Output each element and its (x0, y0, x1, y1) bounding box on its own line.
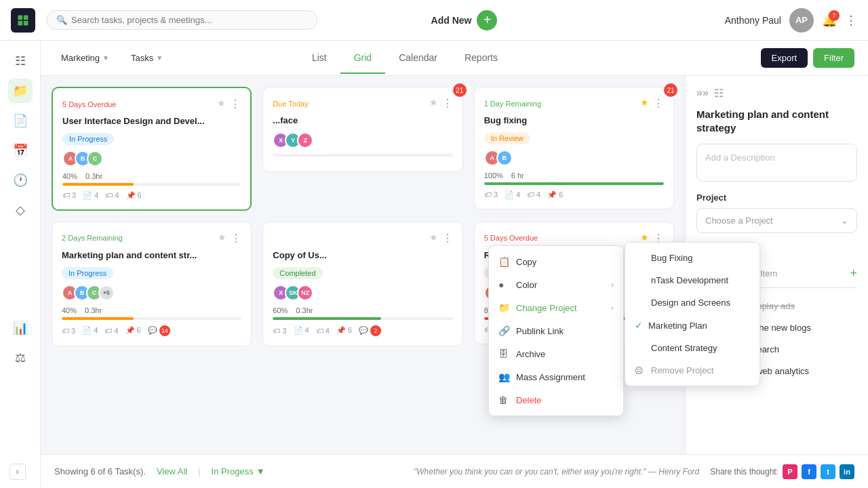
link-icon: 🔗 (498, 325, 509, 336)
menu-item-color[interactable]: ● Color › (489, 273, 623, 296)
toolbar-right: Export Filter (761, 48, 854, 68)
footer-attach-5: 📌 6 (336, 326, 352, 335)
card-header-1: 5 Days Overdue ★ ⋮ (62, 98, 241, 110)
status-filter-label: In Progess (212, 466, 254, 476)
sidebar-item-tasks[interactable]: 📁 (8, 79, 33, 103)
tab-reports[interactable]: Reports (451, 43, 511, 74)
sub-menu-item-remove[interactable]: ☹ Remove Project (625, 359, 760, 382)
star-icon-3[interactable]: ★ (640, 97, 649, 110)
progress-area-4: 40% 0.3hr (62, 306, 241, 320)
menu-item-publink[interactable]: 🔗 Publink Link (489, 319, 623, 342)
share-label: Share this thought: (710, 467, 778, 476)
panel-grid-icon[interactable]: ☷ (714, 87, 724, 100)
tab-calendar[interactable]: Calendar (385, 43, 451, 74)
star-icon-2[interactable]: ★ (429, 97, 438, 110)
menu-item-mass-assignment[interactable]: 👥 Mass Assignment (489, 365, 623, 388)
menu-item-change-project[interactable]: 📁 Change Project › Bug Fixing nTask De (489, 296, 623, 319)
twitter-icon[interactable]: t (821, 464, 835, 479)
card-menu-5[interactable]: ⋮ (442, 232, 453, 245)
card-due-1: 5 Days Overdue (62, 100, 116, 108)
project-selector[interactable]: Marketing ▼ (54, 49, 116, 67)
card-badge-2: 21 (453, 83, 467, 97)
progress-bar-1 (62, 183, 241, 186)
task-card-4[interactable]: 2 Days Remaining ★ ⋮ Marketing plan and … (52, 222, 252, 346)
sub-menu-item-bug-fixing[interactable]: Bug Fixing (625, 247, 760, 269)
sidebar-item-clock[interactable]: 🕐 (8, 168, 33, 192)
remove-icon: ☹ (635, 366, 646, 375)
footer-tags-1: 🏷 3 (62, 191, 76, 199)
progress-area-1: 40% 0.3hr (62, 172, 241, 186)
menu-item-copy[interactable]: 📋 Copy (489, 250, 623, 273)
status-filter-chevron-icon: ▼ (256, 466, 265, 476)
sidebar-expand-button[interactable]: › (9, 464, 26, 480)
linkedin-icon[interactable]: in (840, 464, 854, 479)
more-options-button[interactable]: ⋮ (845, 13, 857, 28)
card-menu-3[interactable]: ⋮ (653, 97, 664, 110)
menu-item-delete[interactable]: 🗑 Delete (489, 388, 623, 411)
pinterest-icon[interactable]: P (783, 464, 797, 479)
facebook-icon[interactable]: f (802, 464, 816, 479)
sidebar-item-reports[interactable]: 📊 (8, 316, 33, 340)
sidebar-item-calendar[interactable]: 📅 (8, 138, 33, 163)
filter-button[interactable]: Filter (813, 48, 854, 68)
sidebar-item-dashboard[interactable]: ☷ (8, 49, 33, 73)
footer-tags-5: 🏷 3 (273, 327, 286, 335)
task-card-5[interactable]: ★ ⋮ Copy of Us... Completed X SK NZ (262, 222, 462, 346)
card-footer-4: 🏷 3 📄 4 🏷 4 📌 6 💬 14 (62, 325, 241, 336)
panel-expand-icon[interactable]: »» (696, 87, 709, 100)
card-wrapper-4: 2 Days Remaining ★ ⋮ Marketing plan and … (52, 222, 252, 346)
card-menu-2[interactable]: ⋮ (442, 97, 453, 110)
project-selector-panel[interactable]: Choose a Project ⌄ (696, 208, 857, 233)
menu-item-archive[interactable]: 🗄 Archive (489, 342, 623, 365)
task-card-1[interactable]: 5 Days Overdue ★ ⋮ User Interface Design… (52, 87, 252, 211)
progress-pct-1: 40% (62, 172, 77, 180)
showing-text: Showing 6 of 6 Task(s). (54, 466, 146, 476)
star-icon-5[interactable]: ★ (429, 232, 438, 245)
task-card-2[interactable]: Due Today ★ ⋮ ...face X Y Z (262, 87, 462, 172)
card-menu-4[interactable]: ⋮ (231, 232, 241, 245)
progress-area-5: 60% 0.3hr (273, 306, 452, 320)
sidebar-item-projects[interactable]: 📄 (8, 108, 33, 133)
svg-rect-2 (18, 20, 23, 25)
sub-menu-item-marketing[interactable]: ✓ Marketing Plan (625, 314, 760, 337)
tab-list[interactable]: List (298, 43, 340, 74)
progress-time-3: 6 hr (511, 171, 524, 180)
description-box[interactable]: Add a Description (696, 144, 857, 182)
quote-author: — Henry Ford (648, 467, 699, 476)
svg-rect-3 (24, 20, 28, 25)
notification-button[interactable]: 🔔 7 (822, 13, 837, 28)
card-title-4: Marketing plan and content str... (62, 250, 241, 262)
sidebar-item-diamond[interactable]: ◇ (8, 198, 33, 222)
sub-menu-item-content[interactable]: Content Strategy (625, 337, 760, 359)
footer-files-4: 📄 4 (82, 326, 98, 335)
card-menu-1[interactable]: ⋮ (230, 98, 241, 110)
add-item-plus-icon[interactable]: + (850, 266, 857, 281)
card-wrapper-2: Due Today ★ ⋮ ...face X Y Z (262, 87, 462, 211)
search-bar[interactable]: 🔍 (46, 10, 317, 30)
star-icon-1[interactable]: ★ (217, 98, 226, 110)
search-input[interactable] (71, 15, 307, 25)
tab-grid[interactable]: Grid (340, 43, 385, 74)
footer-tags-4: 🏷 3 (62, 327, 75, 335)
sub-menu-item-design[interactable]: Design and Screens (625, 291, 760, 314)
card-actions-5: ★ ⋮ (429, 232, 453, 245)
menu-archive-label: Archive (516, 349, 545, 359)
export-button[interactable]: Export (761, 48, 808, 68)
project-section-label: Project (696, 192, 857, 203)
archive-icon: 🗄 (498, 348, 509, 359)
card-wrapper-5: ★ ⋮ Copy of Us... Completed X SK NZ (262, 222, 462, 346)
menu-publink-label: Publink Link (516, 326, 564, 336)
view-selector[interactable]: Tasks ▼ (124, 49, 170, 67)
add-new-button[interactable]: Add New + (431, 10, 498, 30)
card-wrapper-1: 5 Days Overdue ★ ⋮ User Interface Design… (52, 87, 252, 211)
card-assignees-4: A B C +5 (62, 285, 241, 301)
assignee-avatar: Z (297, 132, 313, 148)
task-card-3[interactable]: 1 Day Remaining ★ ⋮ Bug fixing In Review… (474, 87, 674, 209)
sidebar-item-filter[interactable]: ⚖ (8, 346, 33, 370)
quote-area: "Whether you think you can or you can't,… (414, 467, 699, 476)
status-filter[interactable]: In Progess ▼ (212, 466, 265, 476)
star-icon-4[interactable]: ★ (218, 232, 226, 245)
view-all-link[interactable]: View All (157, 466, 187, 476)
sub-menu-item-ntask[interactable]: nTask Development (625, 269, 760, 291)
sub-menu: Bug Fixing nTask Development Design and … (625, 242, 760, 386)
